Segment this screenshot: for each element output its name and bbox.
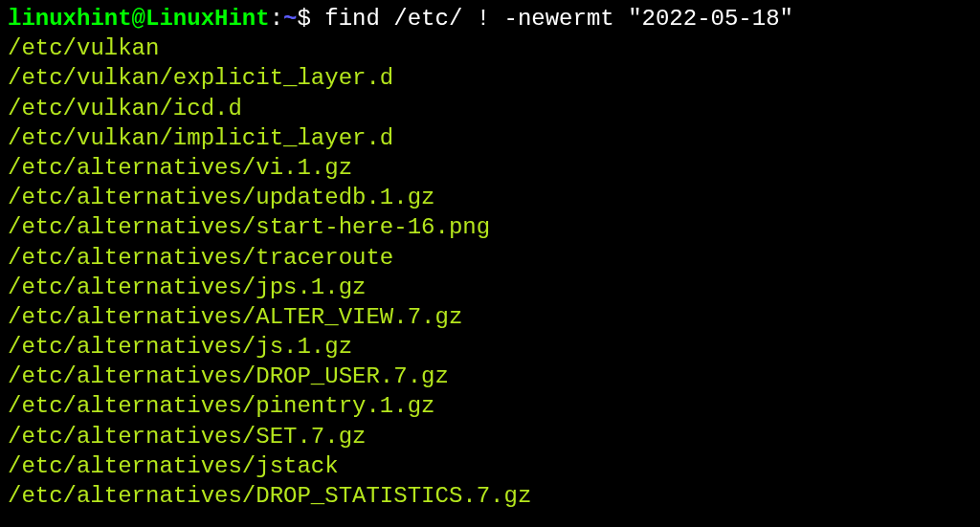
- output-line: /etc/vulkan: [8, 33, 972, 63]
- output-line: /etc/vulkan/icd.d: [8, 94, 972, 123]
- output-line: /etc/alternatives/DROP_USER.7.gz: [8, 362, 972, 391]
- terminal-window[interactable]: linuxhint@LinuxHint:~$ find /etc/ ! -new…: [8, 4, 972, 511]
- command-prompt-line: linuxhint@LinuxHint:~$ find /etc/ ! -new…: [8, 4, 972, 33]
- output-line: /etc/alternatives/jstack: [8, 451, 972, 481]
- output-line: /etc/alternatives/vi.1.gz: [8, 153, 972, 183]
- output-line: /etc/alternatives/DROP_STATISTICS.7.gz: [8, 481, 972, 511]
- prompt-dollar: $: [297, 6, 324, 32]
- command-text: find /etc/ ! -newermt "2022-05-18": [324, 6, 793, 32]
- output-line: /etc/vulkan/explicit_layer.d: [8, 63, 972, 93]
- user-host: linuxhint@LinuxHint: [8, 6, 270, 32]
- output-line: /etc/alternatives/start-here-16.png: [8, 212, 972, 242]
- output-line: /etc/alternatives/pinentry.1.gz: [8, 391, 972, 421]
- output-line: /etc/alternatives/traceroute: [8, 243, 972, 273]
- output-line: /etc/alternatives/SET.7.gz: [8, 422, 972, 451]
- output-line: /etc/alternatives/updatedb.1.gz: [8, 183, 972, 212]
- output-line: /etc/alternatives/ALTER_VIEW.7.gz: [8, 302, 972, 332]
- prompt-colon: :: [270, 6, 283, 32]
- output-line: /etc/vulkan/implicit_layer.d: [8, 123, 972, 153]
- output-line: /etc/alternatives/js.1.gz: [8, 332, 972, 362]
- current-path: ~: [283, 6, 297, 32]
- output-line: /etc/alternatives/jps.1.gz: [8, 273, 972, 302]
